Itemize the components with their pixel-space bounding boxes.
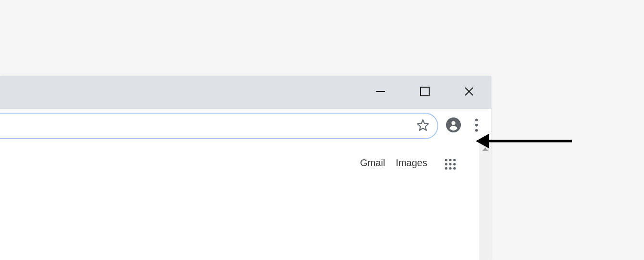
images-link[interactable]: Images (396, 157, 427, 169)
svg-point-11 (453, 159, 456, 161)
svg-point-16 (449, 167, 451, 169)
minimize-button[interactable] (359, 76, 403, 109)
page-header-nav: Gmail Images (0, 143, 479, 260)
close-button[interactable] (447, 76, 491, 109)
annotation-arrow (473, 131, 574, 153)
titlebar (0, 76, 491, 109)
svg-point-12 (445, 163, 447, 165)
toolbar (0, 109, 491, 143)
svg-point-6 (475, 118, 478, 121)
content-area: Gmail Images (0, 143, 491, 260)
svg-point-14 (453, 163, 456, 165)
address-bar[interactable] (0, 113, 438, 139)
left-arrow-icon (473, 144, 574, 152)
gmail-link[interactable]: Gmail (360, 157, 385, 169)
svg-point-13 (449, 163, 451, 165)
maximize-icon (420, 87, 430, 98)
window-controls (359, 76, 491, 109)
svg-point-5 (451, 121, 455, 125)
close-icon (464, 86, 474, 99)
svg-point-17 (453, 167, 456, 169)
browser-window: Gmail Images (0, 76, 491, 260)
bookmark-button[interactable] (415, 118, 431, 134)
account-icon (446, 117, 461, 134)
apps-grid-icon (444, 158, 457, 172)
svg-rect-1 (421, 87, 429, 96)
star-icon (416, 118, 430, 134)
vertical-scrollbar[interactable] (479, 143, 491, 260)
svg-point-10 (449, 159, 451, 161)
svg-point-15 (445, 167, 447, 169)
svg-point-7 (475, 124, 478, 127)
profile-button[interactable] (443, 116, 463, 136)
svg-point-9 (445, 159, 447, 161)
maximize-button[interactable] (403, 76, 447, 109)
minimize-icon (375, 86, 386, 99)
apps-launcher-button[interactable] (443, 157, 458, 173)
